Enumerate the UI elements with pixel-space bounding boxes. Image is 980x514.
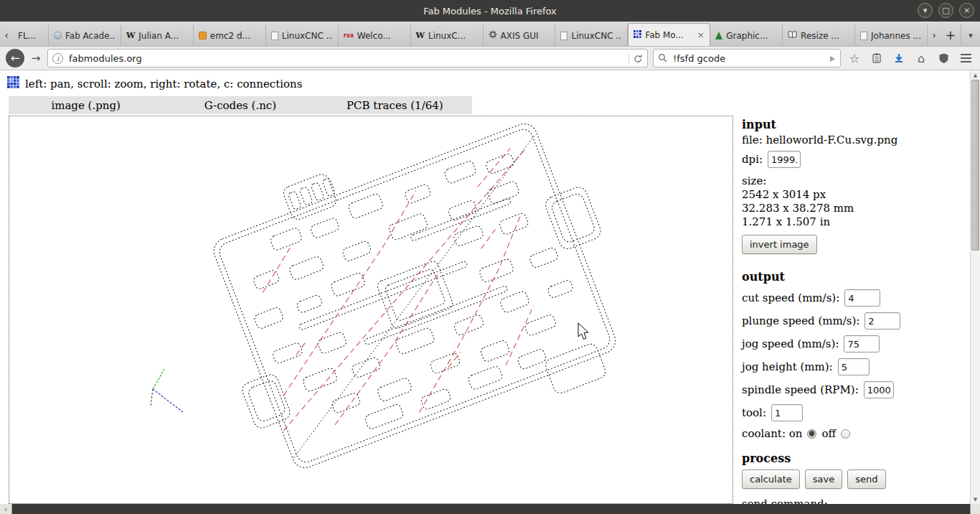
tab-linuxc-wiki[interactable]: W LinuxC... bbox=[411, 25, 484, 46]
pcb-trace-outlines bbox=[180, 116, 651, 500]
plunge-speed-input[interactable] bbox=[864, 312, 900, 330]
url-input[interactable] bbox=[67, 52, 624, 65]
coolant-on-radio[interactable] bbox=[807, 429, 816, 439]
search-go-icon[interactable] bbox=[829, 52, 836, 65]
size-in: 1.271 x 1.507 in bbox=[742, 215, 969, 229]
input-section-heading: input bbox=[742, 118, 969, 131]
clipboard-icon bbox=[872, 53, 882, 63]
page-favicon-icon bbox=[560, 32, 567, 40]
output-format-tab[interactable]: G-codes (.nc) bbox=[163, 96, 317, 114]
tab-label: Fab Acade... bbox=[65, 31, 116, 41]
tab-label: AXIS GUI bbox=[501, 31, 550, 41]
spindle-speed-input[interactable] bbox=[864, 381, 894, 398]
dpi-label: dpi: bbox=[742, 153, 763, 166]
forward-button[interactable]: → bbox=[29, 52, 42, 65]
tab-label: LinuxCNC ... bbox=[571, 31, 622, 41]
tab-resize[interactable]: Resize ... bbox=[783, 25, 855, 46]
coolant-off-radio[interactable] bbox=[841, 429, 850, 439]
scroll-tabs-right-button[interactable]: › bbox=[928, 24, 941, 46]
tab-label: Welco... bbox=[357, 31, 405, 41]
format-selector-bar: image (.png) G-codes (.nc) PCB traces (1… bbox=[9, 96, 472, 114]
tab-julian[interactable]: W Julian A... bbox=[121, 25, 194, 46]
shade-window-button[interactable]: ▾ bbox=[918, 3, 933, 18]
reload-icon bbox=[633, 54, 643, 63]
tab-linuxcnc-2[interactable]: LinuxCNC ... bbox=[555, 25, 628, 46]
home-button[interactable]: ⌂ bbox=[913, 50, 930, 67]
scrollbar-corner bbox=[970, 504, 980, 514]
downloads-button[interactable] bbox=[890, 50, 908, 67]
cut-speed-input[interactable] bbox=[844, 289, 880, 307]
browser-tab-bar: ‹ FL... Fab Acade... W Julian A... emc2 … bbox=[0, 22, 980, 46]
scroll-down-arrow-icon[interactable]: ▼ bbox=[971, 495, 980, 504]
toolpath-drawing bbox=[9, 116, 732, 503]
back-arrow-icon: ← bbox=[11, 52, 20, 65]
tab-welcome[interactable]: rsa Welco... bbox=[339, 25, 411, 46]
size-mm: 32.283 x 38.278 mm bbox=[742, 202, 969, 215]
tool-input[interactable] bbox=[771, 404, 803, 421]
new-tab-button[interactable]: + bbox=[941, 24, 961, 46]
toolpath-preview-canvas[interactable] bbox=[9, 116, 733, 504]
horizontal-scrollbar-track: ‹ bbox=[0, 504, 980, 514]
close-icon: × bbox=[963, 6, 970, 14]
tab-emc2[interactable]: emc2 d... bbox=[194, 25, 266, 46]
mouse-cursor-icon bbox=[578, 323, 588, 340]
window-controls: ▾ □ × bbox=[918, 3, 974, 18]
tab-axis-gui[interactable]: AXIS GUI bbox=[484, 25, 556, 46]
page-favicon-icon bbox=[860, 32, 867, 40]
bookmark-star-button[interactable]: ☆ bbox=[846, 50, 863, 67]
bookmarks-menu-button[interactable] bbox=[868, 50, 885, 67]
jog-speed-label: jog speed (mm/s): bbox=[742, 337, 839, 350]
star-icon: ☆ bbox=[849, 52, 859, 65]
window-titlebar: Fab Modules - Mozilla Firefox ▾ □ × bbox=[0, 0, 980, 22]
tab-graphic[interactable]: Graphic... bbox=[710, 25, 783, 46]
coolant-on-label: coolant: on bbox=[742, 427, 802, 440]
pocket-button[interactable] bbox=[935, 50, 952, 67]
tab-label: Resize ... bbox=[801, 31, 849, 41]
close-window-button[interactable]: × bbox=[959, 3, 974, 18]
book-favicon-icon bbox=[788, 31, 797, 41]
close-tab-button[interactable]: × bbox=[697, 29, 705, 40]
tab-johannes[interactable]: Johannes ... bbox=[855, 25, 928, 46]
save-button[interactable]: save bbox=[805, 469, 842, 489]
menu-button[interactable] bbox=[957, 50, 974, 67]
invert-image-button[interactable]: invert image bbox=[742, 235, 817, 254]
maximize-icon: □ bbox=[942, 6, 949, 14]
jog-height-input[interactable] bbox=[838, 358, 870, 375]
tree-favicon-icon bbox=[715, 32, 722, 39]
tab-fab-modules-active[interactable]: Fab Mo... × bbox=[628, 23, 710, 46]
gear-favicon-icon bbox=[489, 30, 497, 41]
tab-linuxcnc-1[interactable]: LinuxCNC ... bbox=[266, 25, 339, 46]
search-bar[interactable] bbox=[653, 49, 841, 67]
search-input[interactable] bbox=[672, 52, 825, 65]
hamburger-icon bbox=[961, 54, 971, 55]
process-format-tab[interactable]: PCB traces (1/64) bbox=[318, 96, 472, 114]
fab-modules-favicon-icon bbox=[633, 30, 641, 40]
tab-label: FL... bbox=[18, 31, 43, 41]
send-button[interactable]: send bbox=[847, 469, 885, 489]
tab-fl[interactable]: FL... bbox=[13, 25, 49, 46]
tab-label: Julian A... bbox=[138, 31, 188, 41]
scroll-tabs-left-button[interactable]: ‹ bbox=[0, 24, 13, 46]
coolant-off-label: off bbox=[821, 427, 836, 440]
globe-favicon-icon bbox=[54, 32, 62, 39]
vertical-scrollbar[interactable]: ▲ ▼ bbox=[970, 70, 980, 504]
back-button[interactable]: ← bbox=[6, 49, 24, 67]
calculate-button[interactable]: calculate bbox=[742, 469, 800, 489]
jog-speed-input[interactable] bbox=[844, 335, 880, 352]
dpi-input[interactable] bbox=[768, 151, 801, 168]
input-format-tab[interactable]: image (.png) bbox=[9, 96, 163, 114]
scroll-up-arrow-icon[interactable]: ▲ bbox=[971, 70, 980, 80]
shade-icon: ▾ bbox=[923, 6, 928, 14]
download-arrow-icon bbox=[894, 53, 904, 63]
tab-fab-academy[interactable]: Fab Acade... bbox=[49, 25, 121, 46]
site-info-icon[interactable]: i bbox=[52, 53, 63, 64]
tab-label: Graphic... bbox=[726, 31, 777, 41]
scroll-left-arrow-icon[interactable]: ‹ bbox=[0, 504, 12, 514]
list-all-tabs-button[interactable]: ▾ bbox=[961, 24, 980, 46]
vertical-scrollbar-thumb[interactable] bbox=[971, 80, 979, 251]
maximize-window-button[interactable]: □ bbox=[938, 3, 953, 18]
reload-button[interactable] bbox=[628, 54, 643, 63]
connection-lines bbox=[218, 143, 600, 460]
url-bar[interactable]: i bbox=[47, 49, 648, 67]
home-icon: ⌂ bbox=[918, 52, 925, 65]
